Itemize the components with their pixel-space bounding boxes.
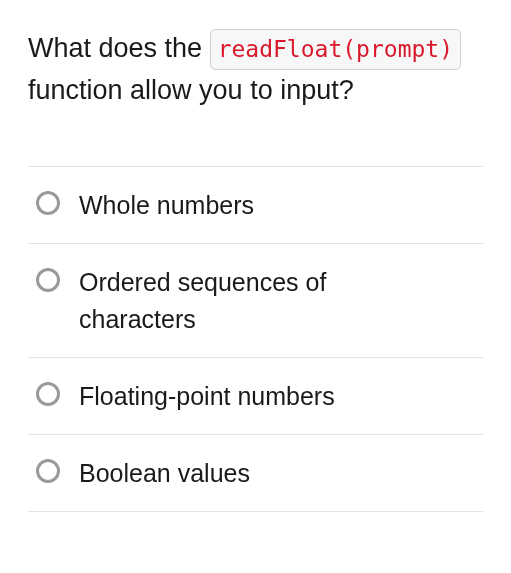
choice-2[interactable]: Floating-point numbers	[28, 358, 483, 435]
choice-1[interactable]: Ordered sequences of characters	[28, 244, 483, 358]
radio-icon	[36, 191, 60, 215]
question-text: What does the readFloat(prompt) function…	[28, 28, 483, 110]
choice-label: Boolean values	[79, 455, 310, 491]
choice-label: Whole numbers	[79, 187, 314, 223]
choice-0[interactable]: Whole numbers	[28, 167, 483, 244]
radio-icon	[36, 268, 60, 292]
choice-3[interactable]: Boolean values	[28, 435, 483, 512]
choice-label: Floating-point numbers	[79, 378, 395, 414]
question-pre: What does the	[28, 33, 202, 63]
radio-icon	[36, 459, 60, 483]
choice-label: Ordered sequences of characters	[79, 264, 475, 337]
choices-list: Whole numbers Ordered sequences of chara…	[28, 166, 483, 512]
radio-icon	[36, 382, 60, 406]
code-inline: readFloat(prompt)	[210, 29, 461, 70]
question-post: function allow you to input?	[28, 75, 354, 105]
